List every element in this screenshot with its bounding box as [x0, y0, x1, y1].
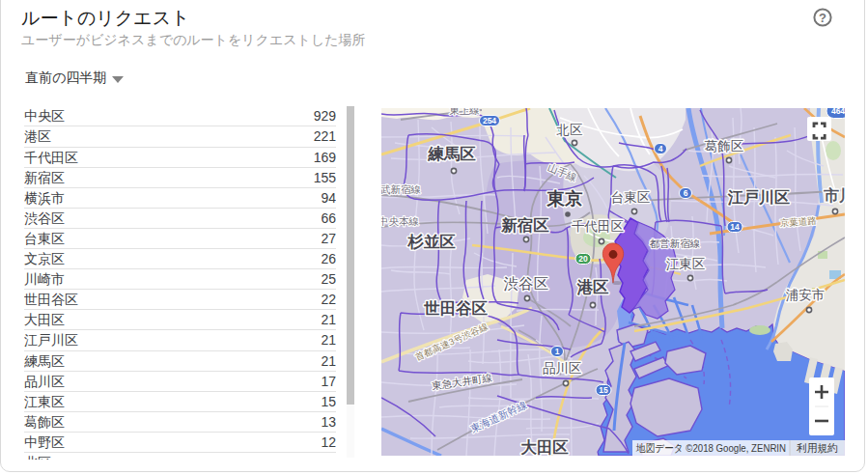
svg-text:?: ? — [819, 11, 826, 25]
svg-text:北区: 北区 — [556, 123, 583, 137]
svg-text:464: 464 — [831, 108, 845, 116]
svg-text:武新宿線: 武新宿線 — [381, 183, 421, 195]
svg-text:渋谷区: 渋谷区 — [504, 275, 549, 292]
svg-text:4: 4 — [658, 144, 663, 154]
svg-text:利用規約: 利用規約 — [797, 442, 838, 454]
svg-text:杉並区: 杉並区 — [406, 233, 456, 250]
svg-text:港区: 港区 — [576, 278, 610, 295]
svg-text:15: 15 — [599, 385, 608, 395]
svg-text:中央本線: 中央本線 — [381, 215, 419, 227]
svg-text:江東区: 江東区 — [666, 257, 706, 271]
svg-text:都営新宿線: 都営新宿線 — [650, 238, 701, 249]
svg-text:世田谷区: 世田谷区 — [424, 299, 489, 317]
svg-text:台東区: 台東区 — [611, 190, 651, 205]
svg-text:地図データ ©2018 Google, ZENRIN: 地図データ ©2018 Google, ZENRIN — [635, 442, 786, 454]
svg-text:千代田区: 千代田区 — [572, 219, 624, 234]
svg-text:6: 6 — [684, 188, 688, 198]
svg-text:市川: 市川 — [824, 186, 845, 204]
svg-text:254: 254 — [483, 116, 496, 126]
svg-text:新宿区: 新宿区 — [500, 216, 549, 234]
svg-text:20: 20 — [578, 254, 588, 264]
svg-text:葛飾区: 葛飾区 — [705, 139, 744, 154]
svg-text:品川区: 品川区 — [543, 361, 582, 376]
svg-text:東上線: 東上線 — [449, 108, 480, 116]
svg-text:浦安市: 浦安市 — [786, 288, 826, 302]
svg-text:江戸川区: 江戸川区 — [727, 189, 790, 206]
svg-text:大田区: 大田区 — [520, 438, 569, 456]
svg-text:1: 1 — [555, 347, 560, 356]
svg-text:東京: 東京 — [546, 188, 584, 209]
svg-text:14: 14 — [730, 222, 740, 232]
svg-text:練馬区: 練馬区 — [427, 145, 476, 162]
